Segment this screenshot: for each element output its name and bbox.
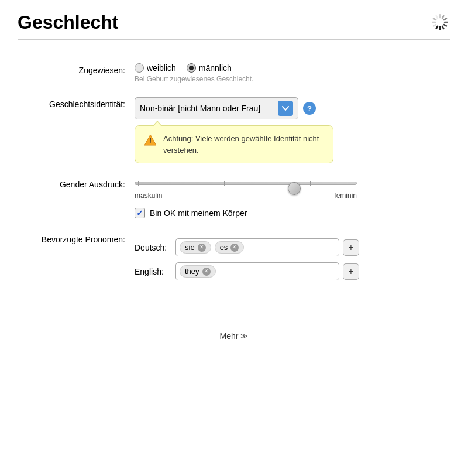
add-deutsch-pronoun-button[interactable]: +	[343, 239, 359, 256]
pronoun-tag-they: they ✕	[180, 265, 216, 278]
svg-line-11	[436, 16, 438, 18]
tick-2	[181, 181, 181, 186]
radio-circle-weiblich	[135, 63, 144, 73]
zugewiesen-label: Zugewiesen:	[18, 63, 135, 75]
pronouns-deutsch-container[interactable]: sie ✕ es ✕	[176, 238, 339, 256]
pronoun-sie-text: sie	[185, 243, 195, 252]
slider-max-label: feminin	[334, 191, 357, 200]
pronoun-es-text: es	[220, 243, 228, 252]
pronouns-deutsch-label: Deutsch:	[135, 243, 176, 252]
remove-sie-button[interactable]: ✕	[198, 244, 206, 252]
radio-circle-maennlich	[187, 63, 196, 73]
check-mark: ✓	[136, 209, 143, 217]
svg-line-7	[436, 26, 438, 29]
gender-ausdruck-row: Gender Ausdruck:	[18, 177, 450, 218]
svg-line-4	[444, 25, 446, 26]
svg-line-10	[433, 19, 436, 20]
geschlechtsidentitaet-control: Non-binär [nicht Mann oder Frau] ?	[135, 97, 450, 163]
spinner-icon	[429, 12, 450, 33]
koerper-checkbox-label: Bin OK mit meinem Körper	[150, 208, 247, 218]
warning-tooltip: ! Achtung: Viele werden gewählte Identit…	[135, 125, 333, 163]
slider-thumb[interactable]	[288, 182, 301, 195]
radio-group: weiblich männlich	[135, 63, 450, 73]
koerper-checkbox[interactable]: ✓	[135, 208, 145, 218]
radio-dot-maennlich	[189, 66, 194, 70]
remove-es-button[interactable]: ✕	[230, 244, 239, 252]
page-title: Geschlecht	[18, 12, 119, 33]
help-icon[interactable]: ?	[303, 102, 316, 115]
chevron-down-icon: ≫	[240, 332, 248, 340]
dropdown-arrow-icon[interactable]	[278, 101, 293, 116]
geschlechtsidentitaet-label: Geschlechtsidentität:	[18, 97, 135, 109]
radio-weiblich[interactable]: weiblich	[135, 63, 176, 73]
header: Geschlecht	[18, 12, 450, 40]
page-container: Geschlecht	[0, 0, 468, 358]
zugewiesen-control: weiblich männlich Bei Geburt zugewiesene…	[135, 63, 450, 83]
geschlechtsidentitaet-row: Geschlechtsidentität: Non-binär [nicht M…	[18, 97, 450, 163]
add-english-pronoun-button[interactable]: +	[343, 263, 359, 280]
dropdown-value: Non-binär [nicht Mann oder Frau]	[140, 104, 260, 113]
pronoun-tag-es: es ✕	[215, 241, 245, 254]
gender-ausdruck-label: Gender Ausdruck:	[18, 177, 135, 189]
checkbox-row: ✓ Bin OK mit meinem Körper	[135, 208, 450, 218]
slider-container: maskulin feminin	[135, 177, 357, 200]
remove-they-button[interactable]: ✕	[202, 268, 211, 276]
mehr-button[interactable]: Mehr ≫	[220, 331, 249, 341]
pronouns-label: Bevorzugte Pronomen:	[18, 232, 135, 244]
slider-track[interactable]	[135, 177, 357, 189]
pronouns-english-row: English: they ✕ +	[135, 262, 450, 280]
radio-label-weiblich: weiblich	[147, 63, 176, 73]
gender-ausdruck-control: maskulin feminin ✓ Bin OK mit meinem Kör…	[135, 177, 450, 218]
radio-label-maennlich: männlich	[199, 63, 232, 73]
tick-5	[310, 181, 311, 186]
slider-labels: maskulin feminin	[135, 191, 357, 200]
svg-text:!: !	[149, 136, 152, 145]
radio-maennlich[interactable]: männlich	[187, 63, 232, 73]
zugewiesen-row: Zugewiesen: weiblich männlich Bei Geburt…	[18, 63, 450, 83]
svg-line-5	[442, 26, 443, 29]
zugewiesen-helper: Bei Geburt zugewiesenes Geschlecht.	[135, 75, 450, 83]
pronoun-they-text: they	[185, 267, 199, 276]
more-section: Mehr ≫	[18, 324, 450, 341]
svg-line-8	[433, 25, 436, 26]
pronouns-deutsch-row: Deutsch: sie ✕ es ✕ +	[135, 238, 450, 256]
warning-text: Achtung: Viele werden gewählte Identität…	[163, 133, 325, 156]
dropdown-row: Non-binär [nicht Mann oder Frau] ?	[135, 97, 450, 119]
slider-min-label: maskulin	[135, 191, 162, 200]
pronouns-control: Deutsch: sie ✕ es ✕ +	[135, 238, 450, 286]
tick-3	[224, 181, 225, 186]
tick-1	[138, 181, 139, 186]
geschlecht-dropdown[interactable]: Non-binär [nicht Mann oder Frau]	[135, 97, 298, 119]
svg-line-1	[442, 16, 443, 18]
pronoun-tag-sie: sie ✕	[180, 241, 211, 254]
mehr-label: Mehr	[220, 331, 239, 341]
slider-ticks	[135, 182, 356, 184]
svg-line-2	[444, 19, 446, 20]
pronouns-english-container[interactable]: they ✕	[176, 262, 339, 280]
warning-icon: !	[143, 133, 157, 147]
slider-background	[135, 182, 357, 185]
form-section: Zugewiesen: weiblich männlich Bei Geburt…	[18, 57, 450, 306]
tick-6	[353, 181, 353, 186]
pronouns-row: Bevorzugte Pronomen: Deutsch: sie ✕ es	[18, 232, 450, 286]
tick-4	[267, 181, 267, 186]
pronouns-english-label: English:	[135, 267, 176, 276]
